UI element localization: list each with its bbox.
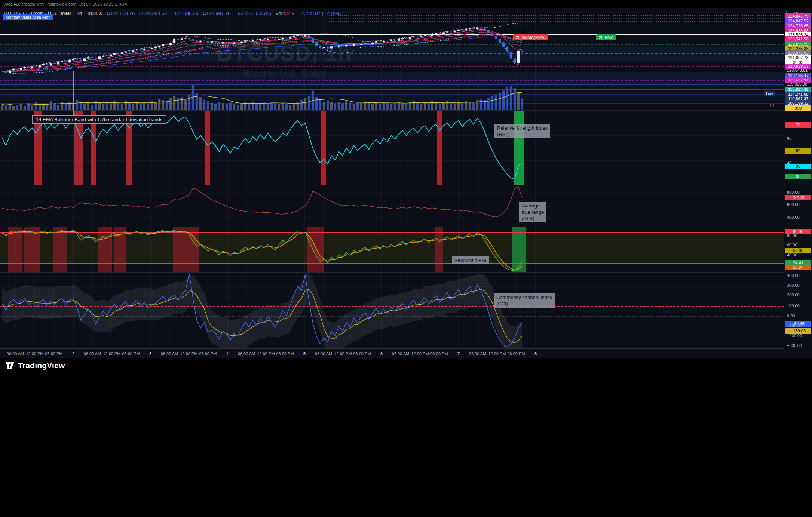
stoch-scale-label: 18.07	[785, 265, 811, 270]
stoch-rsi-pane[interactable]: Stochastic RSI	[0, 227, 784, 272]
atr-plot[interactable]	[0, 185, 784, 227]
time-axis[interactable]: 06:00 AM12:00 PM06:00 PM206:00 AM12:00 P…	[0, 348, 784, 358]
time-axis-label: 06:00 AM	[238, 351, 255, 356]
rsi-scale-label: 50	[785, 148, 811, 154]
rsi-title[interactable]: Relative Strength Index (RSI)	[494, 124, 550, 138]
time-axis-label: 12:00 PM	[488, 351, 506, 356]
time-axis-label: 6	[380, 351, 383, 356]
time-axis-label: 4	[226, 351, 229, 356]
monthly-value-area-high-flag[interactable]: Monthly Value Area High	[3, 14, 53, 20]
time-axis-label: 06:00 PM	[45, 351, 62, 356]
refresh-icon[interactable]: ⟳	[770, 102, 775, 110]
price-scale-label: 119,025.30	[787, 82, 807, 87]
bollinger-band-callout[interactable]: 14 EMA Bollinger Band with 1.75 standard…	[32, 115, 166, 124]
footer: TradingView	[5, 361, 65, 370]
time-axis-label: 12:00 PM	[180, 351, 197, 356]
time-axis-label: 06:00 AM	[84, 351, 101, 356]
price-scale[interactable]: USD 124,847.79124,847.52124,723.65123,83…	[784, 8, 812, 358]
atr-pane[interactable]: Average true range (ATR)	[0, 185, 784, 227]
time-axis-label: 06:00 PM	[430, 351, 448, 356]
time-axis-label: 5	[303, 351, 306, 356]
plots-column: BTCUSD, 1h Bitcoin / U.S. Dollar BTCUSD·…	[0, 8, 784, 358]
stoch-scale-label: 40.00	[787, 253, 797, 258]
atr-scale-label: 800.00	[787, 190, 800, 195]
cci-scale-label: 0.00	[787, 314, 795, 318]
open-label: O	[107, 10, 110, 16]
attribution-text: Jodai420 created with TradingView.com, O…	[4, 2, 127, 6]
time-axis-label: 12:00 PM	[103, 351, 120, 356]
time-axis-label: 12:00 PM	[257, 351, 275, 356]
time-axis-label: 12:00 PM	[334, 351, 352, 356]
legend-separator: ·	[84, 10, 85, 16]
time-axis-label: 06:00 PM	[122, 351, 140, 356]
time-axis-label: 8	[534, 351, 537, 356]
time-axis-label: 06:00 AM	[392, 351, 409, 356]
time-axis-label: 12:00 PM	[411, 351, 429, 356]
rsi-scale-label: 38	[785, 164, 811, 169]
cci-scale-label: −200.00	[787, 333, 802, 338]
low-flag: Low	[764, 91, 775, 96]
cci-title[interactable]: Commodity channel index (CCI)	[494, 293, 555, 308]
atr-scale-label: 400.00	[787, 215, 800, 220]
time-axis-label: 7	[457, 351, 460, 356]
atr-scale-label: 724.39	[785, 195, 811, 200]
low-value: 121,886.26	[174, 10, 198, 16]
atr-title[interactable]: Average true range (ATR)	[519, 202, 546, 222]
volume-change: −2,725.87 (−2.19%)	[299, 10, 342, 16]
cci-scale-label: 200.00	[787, 293, 800, 298]
symbol-legend[interactable]: BTCUSD·Bitcoin / U.S. Dollar·1h·INDEX O1…	[4, 10, 342, 16]
exchange: INDEX	[88, 10, 102, 16]
tradingview-logo-icon[interactable]	[5, 361, 15, 370]
interval[interactable]: 1h	[77, 10, 82, 16]
smma-flag[interactable]: 20 SMMA(RMA)	[513, 34, 548, 40]
time-axis-label: 06:00 PM	[353, 351, 371, 356]
time-axis-label: 06:00 PM	[199, 351, 217, 356]
cci-pane[interactable]: Commodity channel index (CCI)	[0, 272, 784, 348]
time-axis-label: 06:00 AM	[7, 351, 24, 356]
legend-separator: ·	[73, 10, 75, 16]
brand-name[interactable]: TradingView	[18, 361, 65, 370]
volume-value: 432.9	[282, 10, 295, 16]
chart-area: BTCUSD, 1h Bitcoin / U.S. Dollar BTCUSD·…	[0, 8, 812, 358]
cci-scale-label: 300.00	[787, 283, 800, 288]
stoch-rsi-plot[interactable]	[0, 227, 784, 273]
high-label: H	[139, 10, 143, 16]
close-label: C	[203, 10, 206, 16]
price-scale-label: 990	[785, 105, 811, 111]
rsi-scale-label: 70	[785, 122, 811, 128]
change-value: −67.23 (−0.06%)	[235, 10, 271, 16]
open-value: 122,058.76	[110, 10, 135, 16]
cci-scale-label: 400.00	[787, 273, 800, 278]
atr-scale-label: 600.00	[787, 202, 800, 207]
stoch-rsi-title[interactable]: Stochastic RSI	[452, 256, 489, 264]
ema-flag[interactable]: 20 EMA	[596, 34, 616, 40]
time-axis-label: 06:00 PM	[276, 351, 294, 356]
time-axis-label: 06:00 AM	[315, 351, 332, 356]
cci-scale-label: −300.00	[787, 343, 802, 348]
rsi-scale-label: 30	[785, 174, 811, 179]
time-axis-label: 3	[149, 351, 151, 356]
cci-plot[interactable]	[0, 273, 784, 349]
stoch-scale-label: 80.00	[787, 233, 797, 238]
stoch-scale-label: 60.00	[787, 243, 797, 247]
attribution-bar: Jodai420 created with TradingView.com, O…	[0, 0, 812, 8]
price-plot[interactable]	[0, 8, 784, 110]
time-axis-label: 06:00 AM	[161, 351, 178, 356]
price-scale-label: 120,548.61	[787, 68, 808, 73]
rsi-scale-label: 60	[787, 136, 791, 141]
price-pane[interactable]: BTCUSD, 1h Bitcoin / U.S. Dollar BTCUSD·…	[0, 8, 784, 110]
high-value: 122,204.53	[143, 10, 167, 16]
cci-scale-label: −159.03	[785, 328, 811, 334]
close-value: 121,997.78	[206, 10, 230, 16]
time-axis-label: 12:00 PM	[26, 351, 43, 356]
cci-scale-label: 100.00	[787, 304, 800, 308]
time-axis-label: 06:00 AM	[469, 351, 486, 356]
callout-pointer-line	[73, 71, 74, 115]
time-axis-label: 06:00 PM	[507, 351, 525, 356]
volume-label: Vol	[275, 10, 282, 16]
price-scale-label: 123,541.58	[785, 36, 811, 42]
time-axis-label: 2	[72, 351, 74, 356]
